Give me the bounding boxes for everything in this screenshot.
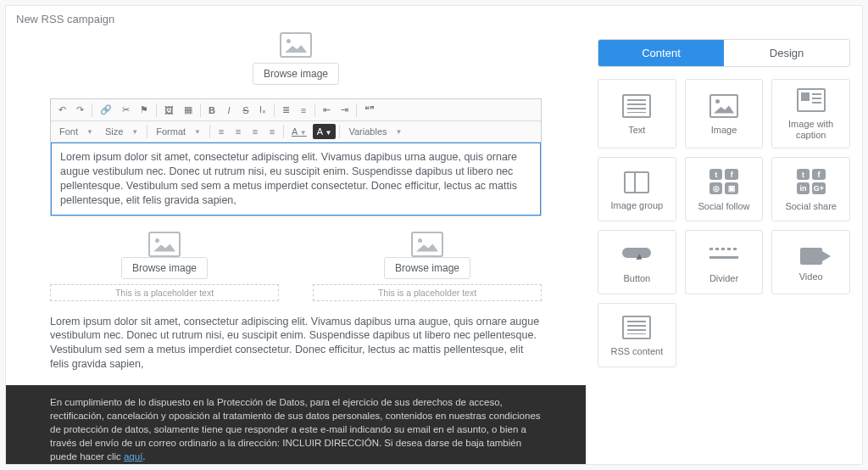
- block-label: Video: [799, 271, 823, 283]
- align-right-button[interactable]: ≡: [248, 124, 263, 139]
- block-label: Social share: [785, 201, 837, 212]
- image-icon: [280, 32, 312, 58]
- right-sidebar: Content Design Text Image Image with cap…: [594, 32, 862, 464]
- video-icon: [800, 248, 822, 265]
- block-image-caption[interactable]: Image with caption: [771, 79, 850, 148]
- ordered-list-button[interactable]: ≣: [278, 102, 294, 118]
- editor-textarea[interactable]: Lorem ipsum dolor sit amet, consectetur …: [51, 143, 541, 215]
- social-share-icon: tfinG+: [797, 169, 826, 194]
- image-icon: [411, 232, 443, 257]
- email-canvas: Browse image ↶ ↷ 🔗 ✂ ⚑ 🖼 ▦: [6, 32, 594, 464]
- block-text[interactable]: Text: [598, 79, 676, 148]
- editor-toolbar-row-1: ↶ ↷ 🔗 ✂ ⚑ 🖼 ▦ B I S Iₓ: [51, 99, 541, 121]
- block-label: Image with caption: [776, 119, 846, 141]
- block-image-group[interactable]: Image group: [598, 157, 676, 221]
- block-label: Button: [623, 273, 650, 284]
- block-label: Social follow: [698, 201, 749, 212]
- format-select[interactable]: Format▼: [151, 124, 206, 139]
- unlink-button[interactable]: ✂: [118, 102, 134, 118]
- editor-toolbar-row-2: Font▼ Size▼ Format▼ ≡ ≡ ≡ ≡ A ▼ A ▼ Vari: [51, 121, 541, 143]
- link-button[interactable]: 🔗: [96, 102, 116, 118]
- insert-table-button[interactable]: ▦: [180, 102, 197, 118]
- align-justify-button[interactable]: ≡: [264, 124, 280, 139]
- image-caption-block-right[interactable]: Browse image This is a placeholder text: [313, 232, 542, 301]
- bold-button[interactable]: B: [204, 103, 220, 118]
- anchor-button[interactable]: ⚑: [136, 102, 153, 118]
- tab-content[interactable]: Content: [598, 40, 724, 66]
- caption-placeholder[interactable]: This is a placeholder text: [50, 284, 279, 301]
- variables-select[interactable]: Variables▼: [343, 124, 407, 139]
- body-text-block[interactable]: Lorem ipsum dolor sit amet, consectetur …: [50, 315, 542, 372]
- rss-content-icon: [622, 316, 651, 339]
- block-label: RSS content: [610, 346, 663, 357]
- block-label: Image group: [610, 200, 663, 211]
- image-caption-block-left[interactable]: Browse image This is a placeholder text: [50, 232, 279, 301]
- italic-button[interactable]: I: [221, 103, 236, 118]
- blockquote-button[interactable]: ❝❞: [360, 102, 379, 118]
- font-select[interactable]: Font▼: [54, 124, 98, 139]
- sidebar-tabs: Content Design: [598, 39, 850, 67]
- image-caption-icon: [797, 88, 826, 112]
- block-social-follow[interactable]: tf◎▣ Social follow: [685, 157, 764, 221]
- block-button[interactable]: Button: [598, 230, 676, 294]
- align-center-button[interactable]: ≡: [231, 124, 246, 139]
- text-icon: [622, 94, 651, 118]
- email-footer: En cumplimiento de lo dispuesto en la Pr…: [6, 385, 586, 464]
- hero-image-block[interactable]: Browse image: [50, 32, 542, 85]
- social-follow-icon: tf◎▣: [709, 169, 738, 194]
- image-icon: [709, 94, 738, 118]
- text-color-button[interactable]: A ▼: [287, 124, 311, 139]
- image-icon: [148, 232, 181, 257]
- strike-button[interactable]: S: [238, 103, 253, 118]
- undo-button[interactable]: ↶: [54, 102, 70, 118]
- browse-image-button[interactable]: Browse image: [121, 257, 208, 279]
- bg-color-button[interactable]: A ▼: [313, 124, 337, 139]
- tab-design[interactable]: Design: [724, 40, 849, 66]
- insert-image-button[interactable]: 🖼: [160, 103, 178, 118]
- content-blocks-grid: Text Image Image with caption Image grou…: [598, 79, 850, 367]
- browse-image-button[interactable]: Browse image: [253, 63, 339, 85]
- size-select[interactable]: Size▼: [100, 124, 143, 139]
- unsubscribe-link[interactable]: aquí: [124, 451, 142, 462]
- block-label: Text: [628, 125, 645, 136]
- indent-button[interactable]: ⇥: [337, 102, 353, 118]
- redo-button[interactable]: ↷: [72, 102, 88, 118]
- block-video[interactable]: Video: [771, 230, 850, 294]
- rich-text-editor[interactable]: ↶ ↷ 🔗 ✂ ⚑ 🖼 ▦ B I S Iₓ: [50, 98, 542, 216]
- divider-icon: [709, 243, 738, 266]
- block-label: Divider: [709, 273, 738, 284]
- image-group-icon: [622, 170, 651, 193]
- block-rss-content[interactable]: RSS content: [598, 303, 676, 367]
- block-label: Image: [711, 125, 737, 136]
- caption-placeholder[interactable]: This is a placeholder text: [313, 284, 542, 301]
- browse-image-button[interactable]: Browse image: [384, 257, 470, 279]
- block-social-share[interactable]: tfinG+ Social share: [771, 157, 850, 221]
- outdent-button[interactable]: ⇤: [319, 102, 335, 118]
- clear-format-button[interactable]: Iₓ: [255, 102, 270, 118]
- block-divider[interactable]: Divider: [685, 230, 764, 294]
- block-image[interactable]: Image: [685, 79, 764, 148]
- unordered-list-button[interactable]: ≡: [296, 103, 311, 118]
- button-icon: [622, 243, 651, 266]
- page-title: New RSS campaign: [6, 6, 862, 32]
- align-left-button[interactable]: ≡: [214, 124, 229, 139]
